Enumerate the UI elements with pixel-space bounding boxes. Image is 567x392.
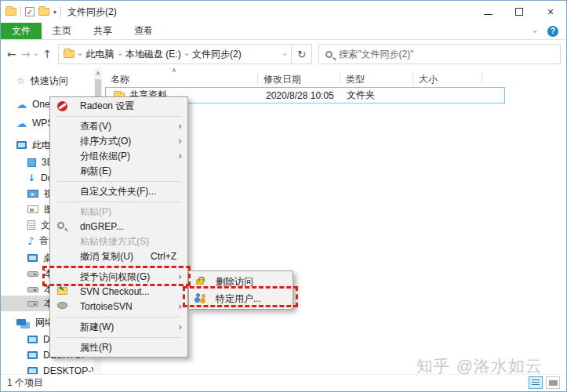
window-title: 文件同步(2) [67,5,117,19]
breadcrumb-drive-e[interactable]: 本地磁盘 (E:) [125,48,181,61]
menu-item-sort-by[interactable]: 排序方式(O)› [50,134,187,149]
menu-item-new[interactable]: 新建(W)› [50,320,187,335]
network-icon [16,319,26,325]
pc-icon [27,351,38,359]
file-date: 2020/8/28 10:05 [266,90,334,101]
star-icon: ☆ [16,75,25,86]
breadcrumb-current-folder[interactable]: 文件同步(2) [192,48,242,61]
back-button[interactable]: ← [7,48,16,60]
menu-item-group-by[interactable]: 分组依据(P)› [50,149,187,164]
close-button[interactable]: × [535,1,566,23]
users-icon [196,293,206,302]
cloud-icon: ☁ [16,118,27,129]
submenu-arrow-icon: › [178,270,182,285]
picture-icon [27,205,38,213]
menu-item-give-access[interactable]: 授予访问权限(G)› [50,270,187,285]
tab-home[interactable]: 主页 [42,23,82,39]
pc-icon [27,336,38,343]
divider [257,73,258,85]
cloud-icon: ☁ [16,99,27,111]
menu-item-properties[interactable]: 属性(R) [50,340,187,355]
icons-view-button[interactable] [546,376,560,389]
file-type: 文件夹 [347,89,375,102]
column-header-type[interactable]: 类型 [346,71,365,87]
tortoisesvn-icon [57,302,67,309]
sidebar-item-quick-access[interactable]: ☆快速访问 [1,73,93,89]
address-row: ← → › ↑ › 此电脑 › 本地磁盘 (E:) › 文件同步(2) › ↻ [1,40,566,68]
menu-separator [56,201,181,202]
menu-item-tortoisesvn[interactable]: TortoiseSVN› [50,299,187,314]
help-icon[interactable]: ? [547,26,558,37]
cube-icon [27,158,36,167]
music-icon: ♪ [27,235,34,247]
column-header-date[interactable]: 修改日期 [264,71,301,87]
search-input[interactable] [339,49,554,60]
item-count: 1 个项目 [7,376,43,390]
sort-ascending-icon: ∧ [172,67,176,74]
expand-ribbon-icon[interactable]: › [529,30,540,33]
tab-view[interactable]: 查看 [123,23,164,39]
search-icon [325,51,333,58]
menu-item-customize-folder[interactable]: 自定义文件夹(F)... [50,184,187,199]
app-folder-icon [5,8,16,16]
menu-item-paste: 粘贴(P) [50,205,187,220]
ribbon-tab-bar: 文件 主页 共享 查看 › ? [1,23,566,40]
breadcrumb-this-pc[interactable]: 此电脑 [86,48,114,61]
divider [413,73,413,85]
column-header-name[interactable]: 名称 [111,71,129,87]
chevron-right-icon: › [75,53,85,56]
search-box[interactable] [318,44,561,64]
submenu-arrow-icon: › [178,299,182,314]
minimize-button[interactable] [472,1,503,23]
disk-icon [27,271,38,277]
up-button[interactable]: ↑ [42,48,52,60]
column-header-size[interactable]: 大小 [419,71,438,87]
location-folder-icon [64,50,75,58]
refresh-button[interactable]: ↻ [292,44,312,64]
disk-icon [27,287,38,292]
chevron-right-icon: › [114,53,125,56]
qat-dropdown-icon[interactable]: ▾ [53,9,56,16]
submenu-arrow-icon: › [178,320,182,335]
divider [482,73,482,85]
submenu-arrow-icon: › [178,119,182,134]
history-dropdown-icon[interactable]: › [32,53,41,56]
context-menu: Radeon 设置 查看(V)› 排序方式(O)› 分组依据(P)› 刷新(E)… [49,96,188,358]
tab-file[interactable]: 文件 [1,23,42,39]
shortcut-label: Ctrl+Z [151,249,176,264]
menu-item-view[interactable]: 查看(V)› [50,119,187,134]
breadcrumb[interactable]: › 此电脑 › 本地磁盘 (E:) › 文件同步(2) › [58,44,292,64]
menu-item-dngrep[interactable]: dnGREP... [50,220,187,234]
submenu-arrow-icon: › [178,149,182,164]
forward-button[interactable]: → [21,48,31,60]
lock-icon [196,279,204,285]
menu-item-radeon-settings[interactable]: Radeon 设置 [50,99,187,114]
scroll-up-icon[interactable]: ∧ [94,70,102,77]
properties-check-icon[interactable]: ✓ [25,7,35,16]
submenu-arrow-icon: › [178,134,182,149]
menu-separator [56,267,181,267]
svn-checkout-icon [57,287,67,295]
tab-share[interactable]: 共享 [82,23,123,39]
monitor-icon [16,141,27,149]
divider [60,6,61,17]
new-folder-icon[interactable] [38,8,49,16]
minimize-icon [484,14,492,15]
maximize-icon [515,8,523,16]
submenu-item-specific-users[interactable]: 特定用户... [189,290,293,307]
menu-item-svn-checkout[interactable]: SVN Checkout... [50,285,187,299]
maximize-button[interactable] [503,1,535,23]
address-dropdown-icon[interactable]: › [281,53,289,56]
details-view-button[interactable] [529,376,543,389]
disk-icon [27,301,38,307]
menu-item-undo-copy[interactable]: 撤消 复制(U)Ctrl+Z [50,249,187,264]
document-icon [27,220,35,230]
chevron-right-icon: › [181,53,191,56]
menu-item-refresh[interactable]: 刷新(E) [50,164,187,179]
quick-access-toolbar: ✓ ▾ [1,6,61,17]
menu-item-paste-shortcut: 粘贴快捷方式(S) [50,234,187,249]
submenu-item-remove-access[interactable]: 删除访问 [189,273,293,290]
zhihu-watermark: 知乎 @洛水如云 [416,355,543,377]
radeon-icon [57,101,67,111]
magnifier-icon [57,222,64,229]
